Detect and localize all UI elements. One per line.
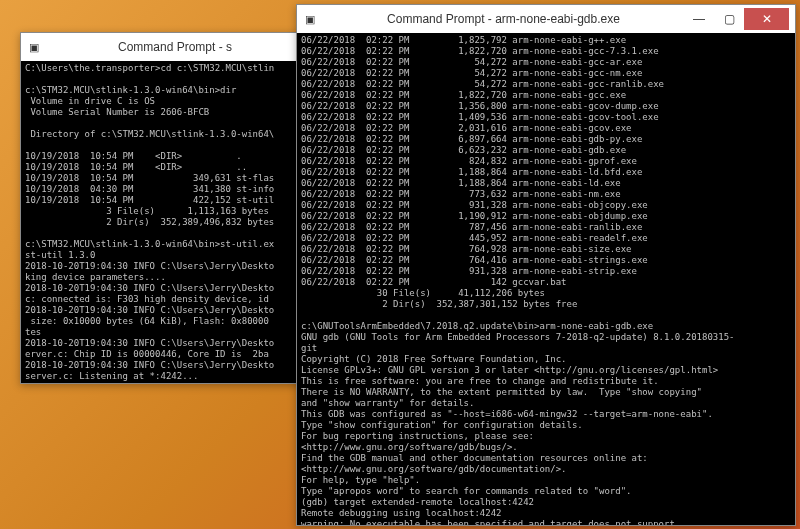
console-back[interactable]: C:\Users\the.transporter>cd c:\STM32.MCU… xyxy=(21,61,309,383)
window-buttons: — ▢ ✕ xyxy=(684,8,789,30)
maximize-button[interactable]: ▢ xyxy=(714,8,744,30)
close-button[interactable]: ✕ xyxy=(744,8,789,30)
cmd-window-front[interactable]: ▣ Command Prompt - arm-none-eabi-gdb.exe… xyxy=(296,4,796,526)
cmd-window-back[interactable]: ▣ Command Prompt - s C:\Users\the.transp… xyxy=(20,32,310,384)
minimize-button[interactable]: — xyxy=(684,8,714,30)
cmd-icon: ▣ xyxy=(27,40,41,54)
window-title-back: Command Prompt - s xyxy=(47,40,303,54)
window-title-front: Command Prompt - arm-none-eabi-gdb.exe xyxy=(323,12,684,26)
console-front[interactable]: 06/22/2018 02:22 PM 1,825,792 arm-none-e… xyxy=(297,33,795,525)
titlebar-front[interactable]: ▣ Command Prompt - arm-none-eabi-gdb.exe… xyxy=(297,5,795,33)
cmd-icon: ▣ xyxy=(303,12,317,26)
titlebar-back[interactable]: ▣ Command Prompt - s xyxy=(21,33,309,61)
